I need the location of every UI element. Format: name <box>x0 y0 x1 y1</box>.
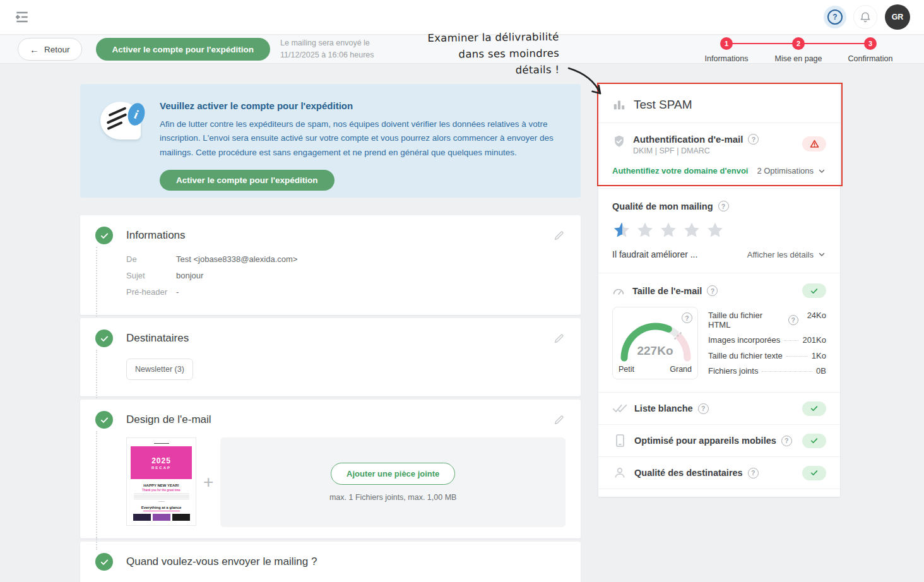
size-title: Taille de l'e-mail <box>632 286 702 296</box>
auth-help-icon[interactable] <box>748 134 759 145</box>
check-icon <box>809 287 819 295</box>
auth-warning-badge <box>802 136 826 151</box>
handwritten-annotation: Examiner la délivrabilité dans ses moind… <box>412 29 560 80</box>
section-title: Informations <box>126 229 186 242</box>
email-design-thumbnail[interactable]: 2025 RECAP HAPPY NEW YEAR! Thank you for… <box>126 437 196 526</box>
email-size-gauge: 227Ko Petit Grand <box>612 307 698 379</box>
check-icon <box>809 404 819 413</box>
back-button[interactable]: Retour <box>18 38 82 61</box>
edit-destinataires-button[interactable] <box>553 332 566 345</box>
size-row-html: Taille du fichier HTML 24Ko <box>708 311 826 330</box>
star-icon <box>682 221 701 240</box>
pencil-icon <box>553 229 566 242</box>
email-authentication-section: Authentification d'e-mail DKIM | SPF | D… <box>598 123 840 189</box>
annotation-arrow-icon <box>564 64 609 101</box>
whitelist-help-icon[interactable] <box>698 403 709 414</box>
section-design: Design de l'e-mail 2025 RECAP HAPPY NEW … <box>80 400 581 538</box>
pencil-icon <box>553 413 566 426</box>
field-sujet: Sujet bonjour <box>126 271 566 280</box>
star-icon <box>612 221 631 240</box>
size-help-icon[interactable] <box>707 285 718 296</box>
html-size-help-icon[interactable] <box>788 315 798 325</box>
section-check-icon <box>95 330 113 347</box>
gauge-icon <box>612 286 625 296</box>
banner-title: Veuillez activer le compte pour l'expédi… <box>160 100 566 111</box>
step-mise-en-page[interactable]: 2 Mise en page <box>762 37 834 63</box>
whitelist-ok-badge <box>802 401 826 416</box>
section-informations: Informations De Test <jobase8338@alexida… <box>80 215 581 315</box>
schedule-line1: Le mailing sera envoyé le <box>280 37 374 49</box>
person-icon <box>612 466 627 480</box>
size-ok-badge <box>802 283 826 298</box>
size-row-images: Images incorporées 201Ko <box>708 335 826 345</box>
step-informations[interactable]: 1 Informations <box>690 37 762 63</box>
collapse-menu-icon[interactable] <box>14 9 30 25</box>
recipient-list-tag[interactable]: Newsletter (3) <box>126 359 193 380</box>
section-schedule: Quand voulez-vous envoyer le mailing ? <box>80 542 581 582</box>
star-rating <box>612 221 826 240</box>
recipient-quality-row: Qualité des destinataires <box>598 457 840 489</box>
section-connector <box>96 537 97 550</box>
campaign-summary-column: i Veuillez activer le compte pour l'expé… <box>80 84 581 582</box>
edit-design-button[interactable] <box>553 413 566 426</box>
warning-triangle-icon <box>809 139 820 149</box>
mobile-ok-badge <box>802 434 826 448</box>
bar-chart-icon <box>612 98 626 112</box>
chevron-down-icon <box>817 250 826 259</box>
quality-title: Qualité de mon mailing <box>612 201 713 211</box>
authenticate-domain-link[interactable]: Authentifiez votre domaine d'envoi <box>612 166 748 175</box>
optimisations-toggle[interactable]: 2 Optimisations <box>757 166 826 175</box>
check-icon <box>809 436 819 445</box>
quality-status: Il faudrait améliorer ... <box>612 249 697 259</box>
auth-title: Authentification d'e-mail <box>633 134 743 145</box>
speech-bubble-illustration-icon: i <box>98 100 160 198</box>
star-icon <box>706 221 725 240</box>
section-title: Quand voulez-vous envoyer le mailing ? <box>126 555 317 568</box>
mailing-quality-section: Qualité de mon mailing Il faudrait améli… <box>598 189 840 273</box>
recipient-quality-help-icon[interactable] <box>748 468 759 478</box>
plus-icon: + <box>203 472 213 492</box>
quality-help-icon[interactable] <box>718 201 729 211</box>
schedule-info: Le mailing sera envoyé le 11/12/2025 à 1… <box>280 37 374 62</box>
help-icon <box>827 9 843 25</box>
section-title: Destinataires <box>126 332 189 345</box>
edit-informations-button[interactable] <box>553 229 566 242</box>
size-row-text: Taille du fichier texte 1Ko <box>708 351 826 360</box>
schedule-line2: 11/12/2025 à 16:06 heures <box>280 49 374 61</box>
avatar[interactable]: GR <box>885 4 910 30</box>
section-title: Design de l'e-mail <box>126 413 211 426</box>
help-button[interactable] <box>824 6 846 28</box>
step-confirmation[interactable]: 3 Confirmation <box>834 37 906 63</box>
auth-subtitle: DKIM | SPF | DMARC <box>633 146 759 155</box>
add-attachment-button[interactable]: Ajouter une pièce jointe <box>331 463 455 485</box>
spam-test-panel: Test SPAM Authentification d'e-mail DKIM… <box>598 84 840 497</box>
field-de: De Test <jobase8338@alexida.com> <box>126 254 566 264</box>
section-check-icon <box>95 553 113 571</box>
section-connector <box>96 350 97 401</box>
check-icon <box>809 468 819 477</box>
shield-check-icon <box>612 134 626 149</box>
thumbnail-hero-block: 2025 RECAP <box>131 446 192 479</box>
section-check-icon <box>95 227 113 244</box>
field-pre-header: Pré-header - <box>126 287 566 297</box>
show-details-toggle[interactable]: Afficher les détails <box>747 250 826 259</box>
mobile-help-icon[interactable] <box>781 436 792 446</box>
double-check-icon <box>612 403 627 414</box>
section-connector <box>96 247 97 319</box>
gauge-max-label: Grand <box>670 365 692 374</box>
gauge-min-label: Petit <box>619 365 634 374</box>
activation-banner: i Veuillez activer le compte pour l'expé… <box>80 84 581 198</box>
pencil-icon <box>553 332 566 345</box>
whitelist-row: Liste blanche <box>598 393 840 425</box>
gauge-value: 227Ko <box>613 344 697 358</box>
attachment-dropzone: Ajouter une pièce jointe max. 1 Fichiers… <box>220 437 566 527</box>
notifications-button[interactable] <box>853 5 877 29</box>
wizard-stepper: 1 Informations 2 Mise en page 3 Confirma… <box>690 35 906 63</box>
activate-account-button[interactable]: Activer le compte pour l'expédition <box>96 38 271 61</box>
chevron-down-icon <box>817 167 826 175</box>
attachment-hint: max. 1 Fichiers joints, max. 1,00 MB <box>329 493 456 502</box>
bell-icon <box>859 11 872 23</box>
section-connector <box>96 431 97 543</box>
activate-account-banner-button[interactable]: Activer le compte pour l'expédition <box>160 170 335 191</box>
star-icon <box>659 221 678 240</box>
